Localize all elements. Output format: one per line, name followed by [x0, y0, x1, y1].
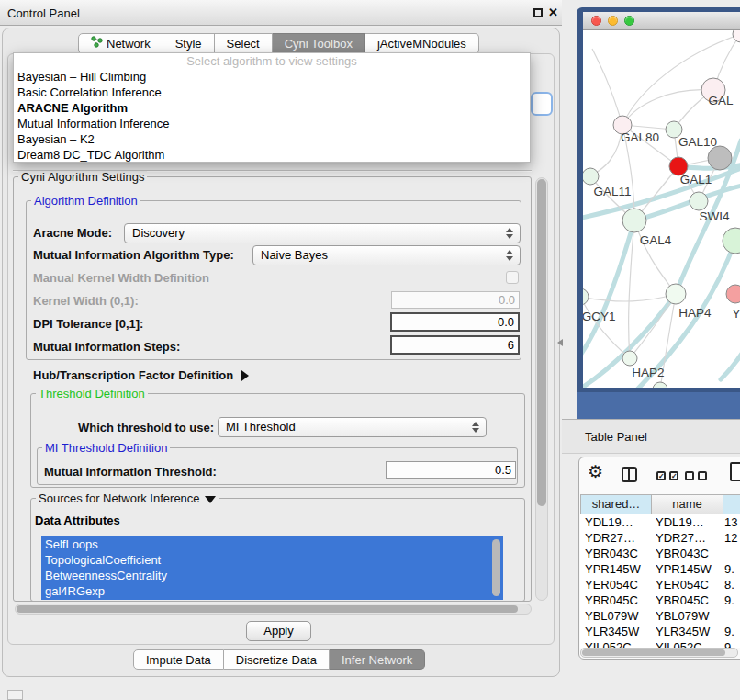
float-window-icon[interactable] [533, 8, 543, 17]
dropdown-item[interactable]: Dream8 DC_TDC Algorithm [14, 147, 530, 163]
table-cell: YLR345W [580, 624, 651, 639]
settings-horizontal-scrollbar[interactable] [15, 604, 532, 615]
table-row[interactable]: YIL052CYIL052C9. [580, 639, 740, 648]
tab-style[interactable]: Style [163, 33, 215, 54]
table-cell: YBR045C [580, 593, 651, 608]
split-view-icon[interactable] [622, 467, 637, 482]
table-row[interactable]: YPR145WYPR145W9. [580, 561, 740, 577]
data-attributes-list[interactable]: SelfLoops TopologicalCoefficient Between… [41, 536, 503, 600]
mi-steps-label: Mutual Information Steps: [33, 340, 180, 354]
mi-steps-input[interactable] [390, 335, 520, 355]
close-icon[interactable]: ✕ [548, 6, 558, 19]
hub-transcription-factor-section[interactable]: Hub/Transcription Factor Definition [33, 368, 249, 382]
gear-icon[interactable]: ⚙ [588, 462, 603, 482]
close-window-icon[interactable] [591, 16, 601, 26]
tab-impute-data[interactable]: Impute Data [133, 649, 224, 670]
table-horizontal-scrollbar[interactable] [580, 648, 738, 658]
dpi-tolerance-input[interactable] [390, 312, 520, 332]
tab-label: Infer Network [342, 650, 412, 670]
table-body[interactable]: YDL19…YDL19…13YDR27…YDR27…12YBR043CYBR04… [580, 514, 740, 648]
table-row[interactable]: YLR345WYLR345W9. [580, 624, 740, 639]
page-icon[interactable] [730, 462, 740, 481]
mi-threshold-input[interactable] [386, 461, 516, 479]
attribute-item[interactable]: TopologicalCoefficient [41, 552, 503, 568]
dropdown-item[interactable]: Bayesian – K2 [14, 131, 530, 147]
checkbox-unchecked-icon [685, 471, 694, 480]
tab-label: Style [175, 34, 202, 53]
minimized-panel-icon[interactable] [7, 690, 23, 700]
maximize-window-icon[interactable] [624, 16, 634, 26]
data-attributes-label: Data Attributes [35, 514, 120, 527]
manual-kernel-width-checkbox[interactable] [506, 271, 519, 284]
table-cell: 9. [723, 593, 740, 608]
table-row[interactable]: YDR27…YDR27…12 [580, 530, 740, 546]
scrollbar-thumb[interactable] [582, 649, 725, 656]
control-panel-titlebar: Control Panel ✕ [0, 0, 562, 26]
sources-title-text: Sources for Network Inference [39, 491, 200, 505]
tab-cyni-toolbox[interactable]: Cyni Toolbox [273, 33, 365, 54]
splitter-collapse-arrow[interactable] [557, 339, 563, 346]
column-header-name[interactable]: name [651, 494, 723, 514]
dropdown-item-selected[interactable]: ARACNE Algorithm [14, 100, 530, 116]
network-node[interactable] [666, 284, 686, 304]
table-row[interactable]: YBL079WYBL079W [580, 608, 740, 624]
table-cell: 8. [723, 577, 740, 593]
network-canvas[interactable]: GALGAL80GAL10GAL1GAL11SWI4GAL4HAP4YGCY1H… [583, 30, 740, 388]
apply-button[interactable]: Apply [246, 621, 311, 641]
which-threshold-select[interactable]: MI Threshold [218, 417, 487, 437]
network-node[interactable] [733, 30, 740, 42]
algorithm-select-focus-fragment[interactable] [531, 92, 553, 116]
column-header-partial[interactable] [723, 494, 740, 514]
node-label: GAL10 [678, 135, 717, 149]
scrollbar-thumb[interactable] [537, 179, 546, 506]
network-node[interactable] [723, 228, 740, 254]
node-label: GAL11 [593, 185, 631, 198]
network-node[interactable] [622, 351, 637, 366]
network-node[interactable] [583, 288, 589, 305]
network-window-titlebar[interactable] [583, 12, 740, 30]
mi-algorithm-type-select[interactable]: Naive Bayes [252, 245, 521, 265]
network-node[interactable] [583, 168, 599, 185]
attributes-list-scrollbar[interactable] [492, 539, 500, 596]
dropdown-item[interactable]: Basic Correlation Inference [14, 85, 530, 100]
table-row[interactable]: YBR045CYBR045C9. [580, 593, 740, 608]
dropdown-item[interactable]: Mutual Information Inference [14, 116, 530, 131]
scrollbar-thumb[interactable] [17, 605, 518, 613]
checked-columns-icon[interactable]: ✓✓ [656, 471, 678, 480]
mi-threshold-definition-title: MI Threshold Definition [42, 442, 170, 454]
network-node[interactable] [708, 146, 732, 170]
table-row[interactable]: YDL19…YDL19…13 [580, 514, 740, 530]
network-node[interactable] [690, 192, 708, 210]
table-row[interactable]: YER054CYER054C8. [580, 577, 740, 593]
table-row[interactable]: YBR043CYBR043C [580, 546, 740, 561]
table-cell: YDL19… [580, 514, 651, 530]
attribute-item[interactable]: gal4RGexp [41, 583, 503, 599]
table-cell: YBR043C [580, 546, 651, 561]
column-header-shared-name[interactable]: shared… [580, 494, 652, 514]
table-cell: YPR145W [580, 561, 651, 577]
settings-vertical-scrollbar[interactable] [535, 177, 548, 601]
dropdown-item[interactable]: Bayesian – Hill Climbing [14, 69, 530, 85]
tab-discretize-data[interactable]: Discretize Data [224, 649, 330, 670]
network-node[interactable] [622, 209, 646, 232]
dropdown-placeholder: Select algorithm to view settings [14, 53, 530, 69]
mi-algorithm-type-value: Naive Bayes [261, 248, 328, 262]
attribute-item[interactable]: BetweennessCentrality [41, 568, 503, 583]
network-node[interactable] [726, 285, 740, 303]
network-node[interactable] [653, 382, 667, 388]
tab-infer-network[interactable]: Infer Network [330, 649, 425, 670]
minimize-window-icon[interactable] [608, 16, 618, 26]
tab-label: Discretize Data [236, 650, 317, 670]
kernel-width-input[interactable] [391, 291, 520, 309]
tab-select[interactable]: Select [215, 33, 273, 54]
tab-jactivemnodules[interactable]: jActiveMNodules [365, 33, 479, 54]
node-label: GAL80 [621, 130, 659, 144]
attribute-item[interactable]: SelfLoops [41, 536, 503, 552]
kernel-width-label: Kernel Width (0,1): [33, 294, 139, 308]
tab-network[interactable]: Network [78, 33, 163, 54]
table-cell: YBL079W [580, 608, 651, 624]
sources-group-title[interactable]: Sources for Network Inference [36, 492, 219, 504]
table-cell: YIL052C [580, 639, 651, 648]
unchecked-columns-icon[interactable] [685, 471, 707, 480]
aracne-mode-select[interactable]: Discovery [124, 223, 521, 243]
